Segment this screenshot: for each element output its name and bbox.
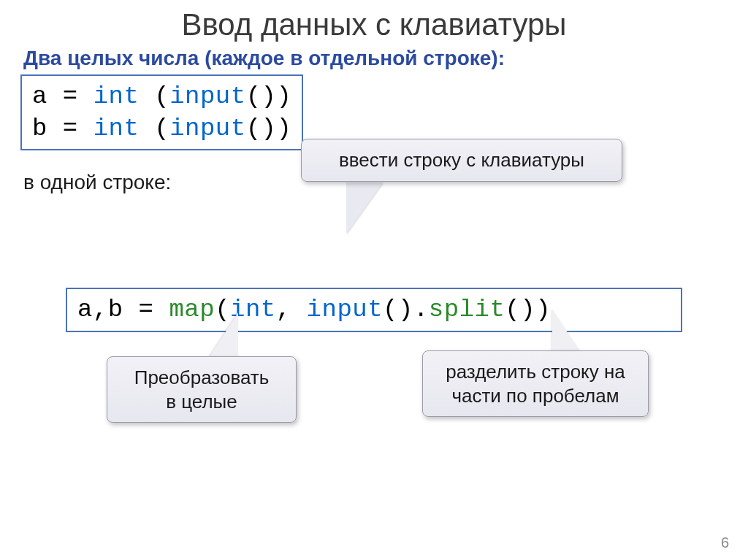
code-box-two-lines: a = int (input()) b = int (input())	[20, 74, 303, 150]
code-line-b: b = int (input())	[32, 112, 291, 145]
code-line-a: a = int (input())	[32, 80, 291, 112]
code-text: a,b =	[77, 296, 169, 323]
callout-tail-icon	[209, 312, 238, 358]
code-box-map-split: a,b = map(int, input().split())	[66, 288, 682, 331]
keyword-split: split	[429, 296, 505, 323]
callout-convert-int: Преобразовать в целые	[107, 356, 297, 423]
code-text: ,	[276, 296, 307, 323]
callout-text: ввести строку с клавиатуры	[339, 149, 584, 171]
page-number: 6	[721, 534, 729, 551]
callout-text: в целые	[166, 391, 237, 413]
code-text: ().	[383, 296, 429, 323]
callout-split-spaces: разделить строку на части по пробелам	[422, 350, 649, 417]
slide-subtitle: Два целых числа (каждое в отдельной стро…	[23, 47, 728, 70]
code-text: b =	[32, 115, 94, 142]
code-text: ())	[505, 296, 551, 323]
code-text: (	[139, 83, 169, 110]
keyword-int: int	[94, 83, 140, 110]
callout-text: разделить строку на	[446, 361, 625, 383]
callout-tail-icon	[346, 183, 383, 234]
keyword-map: map	[169, 296, 215, 323]
code-text: ())	[246, 115, 292, 142]
code-text: a =	[32, 83, 94, 110]
callout-text: части по пробелам	[451, 385, 619, 407]
callout-tail-icon	[552, 310, 581, 353]
callout-input-string: ввести строку с клавиатуры	[301, 139, 622, 182]
code-text: ())	[246, 83, 292, 110]
keyword-input: input	[169, 115, 246, 142]
callout-text: Преобразовать	[134, 367, 270, 388]
slide-title: Ввод данных с клавиатуры	[20, 7, 728, 42]
keyword-input: input	[169, 83, 246, 110]
keyword-int: int	[94, 115, 140, 142]
code-text: (	[139, 115, 169, 142]
keyword-input: input	[307, 296, 383, 323]
